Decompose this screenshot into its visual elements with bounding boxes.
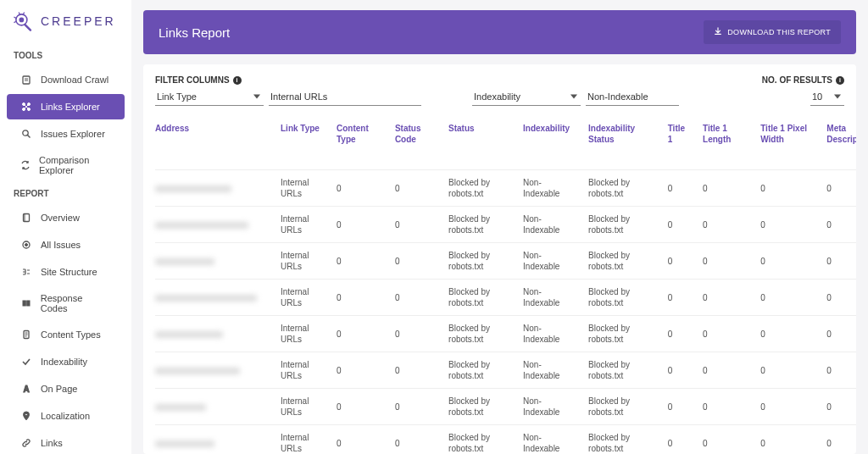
table-row[interactable]: Internal URLs00Blocked by robots.txtNon-… bbox=[155, 243, 856, 280]
sidebar-item-all-issues[interactable]: All Issues bbox=[7, 232, 125, 257]
table-cell: Non-Indexable bbox=[516, 170, 581, 207]
table-cell: Blocked by robots.txt bbox=[581, 389, 661, 425]
sidebar-item-links[interactable]: Links bbox=[7, 430, 125, 454]
refresh-icon bbox=[20, 159, 31, 171]
table-cell: Internal URLs bbox=[274, 243, 330, 280]
sidebar-item-label: Comparison Explorer bbox=[39, 155, 111, 175]
logo[interactable]: CREEPER bbox=[0, 0, 131, 46]
column-header[interactable]: Meta Description 1 bbox=[820, 114, 856, 170]
page-title: Links Report bbox=[159, 25, 230, 40]
table-cell: Internal URLs bbox=[274, 425, 330, 455]
sidebar-item-content-types[interactable]: Content Types bbox=[7, 322, 125, 347]
download-report-button[interactable]: DOWNLOAD THIS REPORT bbox=[704, 20, 841, 44]
sidebar-item-label: Download Crawl bbox=[41, 75, 108, 85]
dot-icon bbox=[20, 239, 32, 251]
table-cell: 0 bbox=[820, 207, 856, 243]
table-row[interactable]: Internal URLs00Blocked by robots.txtNon-… bbox=[155, 425, 856, 455]
sidebar-item-issues-explorer[interactable]: Issues Explorer bbox=[7, 121, 125, 147]
table-cell: 0 bbox=[661, 352, 696, 389]
results-table-wrap[interactable]: AddressLink TypeContent TypeStatus CodeS… bbox=[143, 114, 856, 454]
filter-value-link-type[interactable]: Internal URLs bbox=[269, 88, 421, 106]
column-header[interactable]: Indexability Status bbox=[581, 114, 661, 170]
column-header[interactable]: Title 1 Pixel Width bbox=[754, 114, 820, 170]
svg-text:A: A bbox=[23, 385, 29, 394]
report-heading: REPORT bbox=[0, 184, 131, 203]
table-cell: Non-Indexable bbox=[516, 425, 581, 455]
column-header[interactable]: Status bbox=[442, 114, 516, 170]
sidebar-item-localization[interactable]: Localization bbox=[7, 403, 125, 429]
filter-dropdown-link-type[interactable]: Link Type bbox=[155, 88, 264, 106]
column-header[interactable]: Indexability bbox=[516, 114, 581, 170]
table-cell: Internal URLs bbox=[274, 207, 330, 243]
sidebar-item-overview[interactable]: Overview bbox=[7, 205, 125, 230]
table-cell: Blocked by robots.txt bbox=[581, 207, 661, 243]
table-cell: 0 bbox=[388, 280, 442, 316]
sidebar-item-on-page[interactable]: AOn Page bbox=[7, 376, 125, 401]
table-cell: Non-Indexable bbox=[516, 280, 581, 316]
info-icon[interactable]: i bbox=[233, 76, 242, 85]
filter-dropdown-indexability[interactable]: Indexability bbox=[472, 88, 581, 106]
svg-point-17 bbox=[25, 244, 28, 246]
filter-columns-label: FILTER COLUMNS i bbox=[155, 75, 421, 85]
table-cell: 0 bbox=[754, 316, 820, 352]
sidebar-item-label: Localization bbox=[41, 411, 90, 421]
sidebar-item-label: Overview bbox=[41, 213, 80, 223]
table-cell: 0 bbox=[330, 243, 388, 280]
search-icon bbox=[20, 128, 32, 140]
column-header[interactable]: Address bbox=[155, 114, 274, 170]
table-cell: 0 bbox=[820, 425, 856, 455]
results-per-page-select[interactable]: 10 bbox=[810, 88, 844, 106]
book-icon bbox=[20, 212, 32, 224]
download-icon bbox=[714, 27, 722, 37]
table-row[interactable]: Internal URLs00Blocked by robots.txtNon-… bbox=[155, 170, 856, 207]
sidebar-item-comparison-explorer[interactable]: Comparison Explorer bbox=[7, 148, 125, 182]
table-cell: Blocked by robots.txt bbox=[581, 170, 661, 207]
table-cell bbox=[155, 389, 274, 425]
table-cell: Blocked by robots.txt bbox=[442, 425, 516, 455]
sidebar-item-label: Links bbox=[41, 438, 63, 448]
content-card: FILTER COLUMNS i Link Type Internal URLs bbox=[143, 64, 856, 454]
table-cell: Non-Indexable bbox=[516, 207, 581, 243]
chevron-down-icon bbox=[570, 95, 577, 99]
download-icon bbox=[20, 74, 32, 86]
column-header[interactable]: Link Type bbox=[274, 114, 330, 170]
table-row[interactable]: Internal URLs00Blocked by robots.txtNon-… bbox=[155, 352, 856, 389]
table-cell: 0 bbox=[754, 207, 820, 243]
info-icon[interactable]: i bbox=[836, 76, 844, 85]
filter-value-indexability[interactable]: Non-Indexable bbox=[586, 88, 679, 106]
table-cell: 0 bbox=[820, 389, 856, 425]
download-label: DOWNLOAD THIS REPORT bbox=[727, 28, 831, 36]
sidebar-item-links-explorer[interactable]: Links Explorer bbox=[7, 94, 125, 119]
table-row[interactable]: Internal URLs00Blocked by robots.txtNon-… bbox=[155, 316, 856, 352]
logo-icon bbox=[12, 10, 34, 32]
table-cell: 0 bbox=[696, 170, 754, 207]
sidebar-item-label: Site Structure bbox=[41, 267, 97, 277]
table-cell: Blocked by robots.txt bbox=[442, 170, 516, 207]
table-cell: 0 bbox=[754, 280, 820, 316]
table-row[interactable]: Internal URLs00Blocked by robots.txtNon-… bbox=[155, 207, 856, 243]
column-header[interactable]: Content Type bbox=[330, 114, 388, 170]
table-cell: Blocked by robots.txt bbox=[442, 243, 516, 280]
tree-icon bbox=[20, 266, 32, 278]
table-cell: Internal URLs bbox=[274, 316, 330, 352]
sidebar-item-indexability[interactable]: Indexability bbox=[7, 349, 125, 374]
table-row[interactable]: Internal URLs00Blocked by robots.txtNon-… bbox=[155, 389, 856, 425]
table-cell: 0 bbox=[661, 425, 696, 455]
sidebar-item-download-crawl[interactable]: Download Crawl bbox=[7, 67, 125, 92]
table-cell: Blocked by robots.txt bbox=[442, 352, 516, 389]
table-cell: 0 bbox=[661, 316, 696, 352]
filter-bar: FILTER COLUMNS i Link Type Internal URLs bbox=[143, 64, 856, 106]
table-row[interactable]: Internal URLs00Blocked by robots.txtNon-… bbox=[155, 280, 856, 316]
table-cell: 0 bbox=[388, 389, 442, 425]
column-header[interactable]: Title 1 bbox=[661, 114, 696, 170]
sidebar-item-response-codes[interactable]: Response Codes bbox=[7, 286, 125, 320]
table-cell: 0 bbox=[696, 207, 754, 243]
sidebar-item-site-structure[interactable]: Site Structure bbox=[7, 259, 125, 285]
column-header[interactable]: Status Code bbox=[388, 114, 442, 170]
svg-rect-19 bbox=[27, 301, 30, 306]
table-cell: Internal URLs bbox=[274, 170, 330, 207]
table-cell: 0 bbox=[754, 352, 820, 389]
table-cell: 0 bbox=[754, 389, 820, 425]
table-cell: 0 bbox=[820, 280, 856, 316]
column-header[interactable]: Title 1 Length bbox=[696, 114, 754, 170]
